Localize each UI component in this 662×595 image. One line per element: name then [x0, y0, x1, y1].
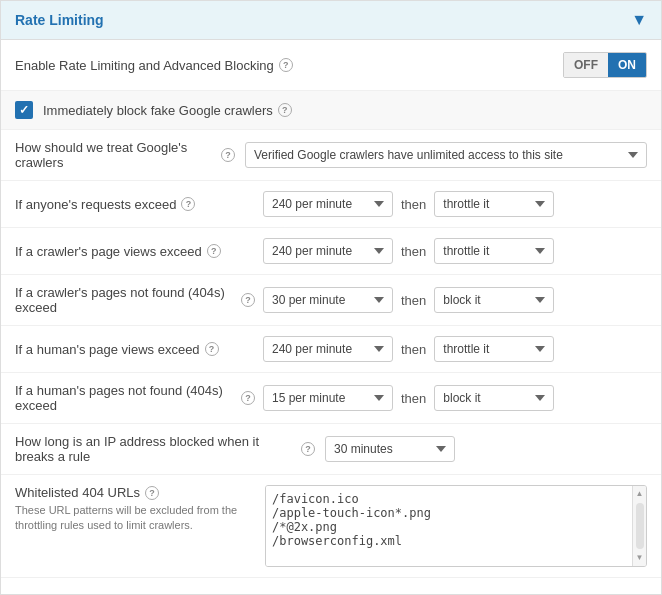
toggle-on-button[interactable]: ON — [608, 53, 646, 77]
crawler-404-rate-select[interactable]: 30 per minute — [263, 287, 393, 313]
fake-crawlers-checkbox[interactable] — [15, 101, 33, 119]
human-404-help-icon[interactable]: ? — [241, 391, 255, 405]
anyone-requests-label: If anyone's requests exceed ? — [15, 197, 255, 212]
whitelist-row: Whitelisted 404 URLs ? These URL pattern… — [1, 475, 661, 578]
human-404-rate-select[interactable]: 15 per minute — [263, 385, 393, 411]
whitelist-textarea[interactable]: /favicon.ico /apple-touch-icon*.png /*@2… — [266, 486, 632, 566]
enable-rate-limiting-row: Enable Rate Limiting and Advanced Blocki… — [1, 40, 661, 91]
ip-block-help-icon[interactable]: ? — [301, 442, 315, 456]
crawler-page-views-label: If a crawler's page views exceed ? — [15, 244, 255, 259]
human-views-rate-select[interactable]: 240 per minute — [263, 336, 393, 362]
crawler-views-action-select[interactable]: throttle it — [434, 238, 554, 264]
scrollbar-up-arrow[interactable]: ▲ — [636, 488, 644, 500]
panel-collapse-icon[interactable]: ▼ — [631, 11, 647, 29]
panel-body: Enable Rate Limiting and Advanced Blocki… — [1, 40, 661, 578]
ip-block-label: How long is an IP address blocked when i… — [15, 434, 315, 464]
enable-help-icon[interactable]: ? — [279, 58, 293, 72]
fake-crawlers-row: Immediately block fake Google crawlers ? — [1, 91, 661, 130]
human-404-row: If a human's pages not found (404s) exce… — [1, 373, 661, 424]
fake-crawlers-label: Immediately block fake Google crawlers ? — [43, 103, 647, 118]
anyone-requests-help-icon[interactable]: ? — [181, 197, 195, 211]
ip-block-row: How long is an IP address blocked when i… — [1, 424, 661, 475]
crawler-404-help-icon[interactable]: ? — [241, 293, 255, 307]
human-404-action-select[interactable]: block it — [434, 385, 554, 411]
human-views-action-select[interactable]: throttle it — [434, 336, 554, 362]
human-page-views-label: If a human's page views exceed ? — [15, 342, 255, 357]
whitelist-label-block: Whitelisted 404 URLs ? These URL pattern… — [15, 485, 255, 534]
anyone-then-label: then — [401, 197, 426, 212]
panel-header: Rate Limiting ▼ — [1, 1, 661, 40]
anyone-requests-rate-select[interactable]: 240 per minute — [263, 191, 393, 217]
anyone-requests-action-select[interactable]: throttle it — [434, 191, 554, 217]
anyone-requests-row: If anyone's requests exceed ? 240 per mi… — [1, 181, 661, 228]
crawler-views-then-label: then — [401, 244, 426, 259]
whitelist-label: Whitelisted 404 URLs ? — [15, 485, 255, 500]
enable-rate-limiting-label: Enable Rate Limiting and Advanced Blocki… — [15, 58, 563, 73]
whitelist-help-icon[interactable]: ? — [145, 486, 159, 500]
toggle-off-button[interactable]: OFF — [564, 53, 608, 77]
crawler-404-then-label: then — [401, 293, 426, 308]
crawler-page-views-row: If a crawler's page views exceed ? 240 p… — [1, 228, 661, 275]
google-crawlers-help-icon[interactable]: ? — [221, 148, 235, 162]
human-views-then-label: then — [401, 342, 426, 357]
google-crawlers-select[interactable]: Verified Google crawlers have unlimited … — [245, 142, 647, 168]
scrollbar-down-arrow[interactable]: ▼ — [636, 552, 644, 564]
crawler-404-label: If a crawler's pages not found (404s) ex… — [15, 285, 255, 315]
ip-block-duration-select[interactable]: 30 minutes — [325, 436, 455, 462]
crawler-views-rate-select[interactable]: 240 per minute — [263, 238, 393, 264]
human-404-then-label: then — [401, 391, 426, 406]
fake-crawlers-help-icon[interactable]: ? — [278, 103, 292, 117]
whitelist-scrollbar: ▲ ▼ — [632, 486, 646, 566]
google-crawlers-row: How should we treat Google's crawlers ? … — [1, 130, 661, 181]
human-404-label: If a human's pages not found (404s) exce… — [15, 383, 255, 413]
whitelist-textarea-wrapper: /favicon.ico /apple-touch-icon*.png /*@2… — [265, 485, 647, 567]
crawler-404-action-select[interactable]: block it — [434, 287, 554, 313]
crawler-404-row: If a crawler's pages not found (404s) ex… — [1, 275, 661, 326]
scrollbar-track — [636, 503, 644, 549]
enable-toggle[interactable]: OFF ON — [563, 52, 647, 78]
panel-title: Rate Limiting — [15, 12, 104, 28]
whitelist-sublabel: These URL patterns will be excluded from… — [15, 503, 255, 534]
google-crawlers-label: How should we treat Google's crawlers ? — [15, 140, 235, 170]
rate-limiting-panel: Rate Limiting ▼ Enable Rate Limiting and… — [0, 0, 662, 595]
human-page-views-row: If a human's page views exceed ? 240 per… — [1, 326, 661, 373]
crawler-views-help-icon[interactable]: ? — [207, 244, 221, 258]
human-views-help-icon[interactable]: ? — [205, 342, 219, 356]
